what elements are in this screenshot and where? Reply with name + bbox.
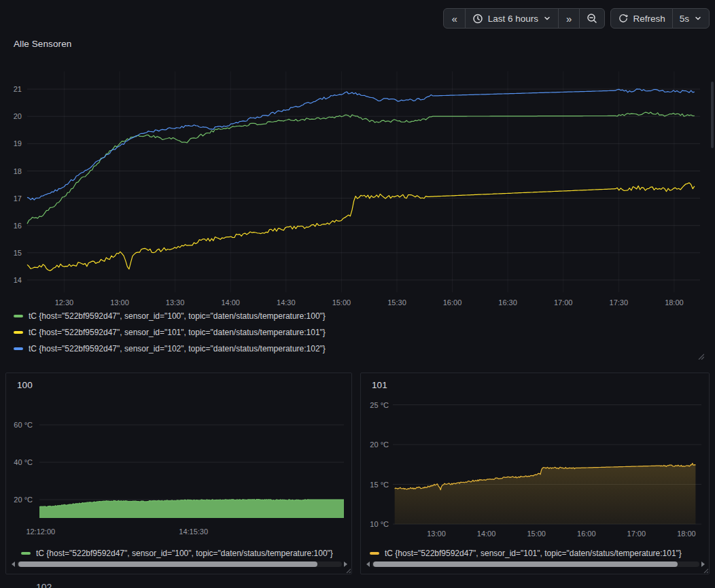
chevron-down-icon xyxy=(543,14,551,22)
legend-label: tC {host="522bf9592d47", sensor_id="102"… xyxy=(29,344,326,353)
panel-resize-handle[interactable] xyxy=(344,566,351,573)
svg-text:18:00: 18:00 xyxy=(665,298,684,307)
legend-item-sensor-100[interactable]: tC {host="522bf9592d47", sensor_id="100"… xyxy=(14,310,326,322)
legend-label: tC {host="522bf9592d47", sensor_id="101"… xyxy=(29,328,326,337)
panel-resize-handle[interactable] xyxy=(701,566,708,573)
panel-101-hscrollbar[interactable] xyxy=(366,561,705,567)
panel-100-chart[interactable]: 20 °C40 °C60 °C12:12:0014:15:30 xyxy=(5,373,352,542)
svg-text:14:00: 14:00 xyxy=(221,298,240,307)
svg-text:17:30: 17:30 xyxy=(610,298,629,307)
scrollbar-thumb[interactable] xyxy=(18,561,317,567)
svg-text:15:30: 15:30 xyxy=(387,298,406,307)
refresh-icon xyxy=(618,14,628,24)
series-swatch xyxy=(370,552,379,555)
panel-resize-handle[interactable] xyxy=(697,353,704,360)
svg-text:17: 17 xyxy=(14,194,22,203)
scrollbar-thumb[interactable] xyxy=(373,561,678,567)
svg-text:13:30: 13:30 xyxy=(166,298,185,307)
scrollbar-track[interactable] xyxy=(372,561,699,567)
panel-100-hscrollbar[interactable] xyxy=(12,561,347,567)
series-swatch xyxy=(14,331,23,334)
svg-text:15 °C: 15 °C xyxy=(370,481,389,489)
svg-text:21: 21 xyxy=(14,85,22,93)
svg-text:14:00: 14:00 xyxy=(477,530,496,538)
scroll-left-arrow-icon[interactable] xyxy=(366,561,370,567)
svg-text:17:00: 17:00 xyxy=(554,298,573,307)
svg-text:18:00: 18:00 xyxy=(677,530,696,538)
svg-text:12:30: 12:30 xyxy=(55,298,74,307)
svg-text:19: 19 xyxy=(14,139,22,148)
time-toolbar: « Last 6 hours » xyxy=(443,8,710,29)
svg-text:12:12:00: 12:12:00 xyxy=(26,528,55,536)
legend-item-sensor-101[interactable]: tC {host="522bf9592d47", sensor_id="101"… xyxy=(14,326,326,339)
alle-sensoren-chart[interactable]: 141516171819202112:3013:0013:3014:0014:3… xyxy=(0,65,715,316)
time-zoom-out-button[interactable] xyxy=(579,8,605,29)
svg-text:60 °C: 60 °C xyxy=(14,421,33,429)
refresh-group: Refresh 5s xyxy=(610,8,710,29)
svg-text:15:00: 15:00 xyxy=(527,530,546,538)
svg-text:14:30: 14:30 xyxy=(277,298,296,307)
panel-title-alle-sensoren[interactable]: Alle Sensoren xyxy=(14,39,71,49)
page-vscrollbar-thumb[interactable] xyxy=(711,82,714,148)
svg-text:13:00: 13:00 xyxy=(110,298,129,307)
svg-text:16: 16 xyxy=(14,222,22,230)
time-range-button[interactable]: Last 6 hours xyxy=(465,8,559,29)
svg-text:20: 20 xyxy=(14,112,22,120)
svg-text:20 °C: 20 °C xyxy=(14,496,33,504)
svg-text:14: 14 xyxy=(14,276,22,284)
scrollbar-track[interactable] xyxy=(17,561,342,567)
time-range-label: Last 6 hours xyxy=(488,14,538,24)
svg-text:13:00: 13:00 xyxy=(427,530,446,538)
svg-text:16:00: 16:00 xyxy=(443,298,462,307)
time-picker-group: « Last 6 hours » xyxy=(443,8,605,29)
legend-item-sensor-102[interactable]: tC {host="522bf9592d47", sensor_id="102"… xyxy=(14,343,326,355)
refresh-button[interactable]: Refresh xyxy=(610,8,672,29)
legend-label: tC {host="522bf9592d47", sensor_id="101"… xyxy=(385,549,682,558)
svg-text:18: 18 xyxy=(14,167,22,175)
grafana-dashboard: « Last 6 hours » xyxy=(0,0,715,588)
refresh-interval-label: 5s xyxy=(680,14,689,24)
series-swatch xyxy=(14,315,23,317)
svg-text:15: 15 xyxy=(14,249,22,257)
series-swatch xyxy=(21,552,31,555)
svg-text:40 °C: 40 °C xyxy=(14,458,33,466)
clock-icon xyxy=(472,13,483,24)
legend-label: tC {host="522bf9592d47", sensor_id="100"… xyxy=(29,311,326,321)
chevron-down-icon xyxy=(694,14,702,22)
svg-text:17:00: 17:00 xyxy=(627,530,646,538)
panel-100-legend[interactable]: tC {host="522bf9592d47", sensor_id="100"… xyxy=(21,547,346,559)
zoom-out-icon xyxy=(587,13,597,24)
svg-text:16:00: 16:00 xyxy=(577,530,596,538)
svg-text:14:15:30: 14:15:30 xyxy=(179,528,208,536)
svg-text:20 °C: 20 °C xyxy=(370,440,389,449)
svg-text:16:30: 16:30 xyxy=(498,298,517,307)
panel-101-legend[interactable]: tC {host="522bf9592d47", sensor_id="101"… xyxy=(370,547,701,559)
time-shift-forward-button[interactable]: » xyxy=(558,8,580,29)
svg-text:10 °C: 10 °C xyxy=(370,520,389,528)
series-swatch xyxy=(14,347,23,350)
scroll-left-arrow-icon[interactable] xyxy=(12,561,15,567)
time-shift-back-button[interactable]: « xyxy=(443,8,465,29)
main-legend: tC {host="522bf9592d47", sensor_id="100"… xyxy=(14,310,326,359)
refresh-label: Refresh xyxy=(633,14,665,24)
legend-label: tC {host="522bf9592d47", sensor_id="100"… xyxy=(36,549,333,558)
refresh-interval-button[interactable]: 5s xyxy=(672,8,710,29)
svg-text:25 °C: 25 °C xyxy=(370,401,389,409)
panel-title-102[interactable]: 102 xyxy=(36,583,63,588)
panel-101-chart[interactable]: 10 °C15 °C20 °C25 °C13:0014:0015:0016:00… xyxy=(360,373,710,542)
svg-text:15:00: 15:00 xyxy=(332,298,351,307)
